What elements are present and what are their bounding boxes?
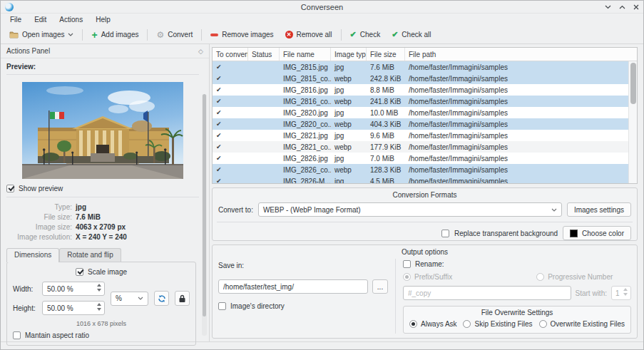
row-check-icon[interactable]: ✔ bbox=[216, 86, 222, 93]
tab-dimensions[interactable]: Dimensions bbox=[6, 248, 59, 262]
menu-file[interactable]: File bbox=[4, 14, 28, 25]
cell-file-path: /home/faster/Immagini/samples bbox=[405, 96, 628, 107]
remove-icon bbox=[210, 34, 218, 36]
table-row[interactable]: ✔ IMG_2821_co... webp 177.9 KiB /home/fa… bbox=[213, 141, 628, 153]
show-preview-checkbox[interactable] bbox=[6, 185, 14, 192]
cell-file-name: IMG_2816_co... bbox=[280, 96, 331, 107]
table-row[interactable]: ✔ IMG_2821.jpg jpg 9.6 MiB /home/faster/… bbox=[213, 130, 628, 141]
minimize-icon[interactable] bbox=[605, 5, 611, 9]
cell-image-type: webp bbox=[331, 164, 367, 175]
spin-up-icon[interactable] bbox=[623, 288, 628, 291]
row-check-icon[interactable]: ✔ bbox=[216, 177, 222, 184]
table-row[interactable]: ✔ IMG_2816.jpg jpg 8.8 MiB /home/faster/… bbox=[213, 84, 628, 96]
maintain-aspect-checkbox[interactable] bbox=[13, 331, 21, 339]
start-with-spinbox[interactable]: 1 bbox=[611, 286, 631, 300]
open-images-label: Open images bbox=[22, 31, 64, 38]
scale-image-checkbox[interactable] bbox=[76, 268, 83, 276]
spin-up-icon[interactable] bbox=[97, 284, 101, 287]
cell-file-path: /home/faster/Immagini/samples bbox=[405, 130, 628, 141]
spin-up-icon[interactable] bbox=[97, 303, 101, 306]
table-row[interactable]: ✔ IMG_2826.jpg jpg 7.0 MiB /home/faster/… bbox=[213, 153, 628, 164]
format-dropdown[interactable]: WEBP - (WebP Image Format) bbox=[258, 202, 562, 217]
maintain-aspect-label: Mantain aspect ratio bbox=[25, 331, 89, 339]
cell-image-type: jpg bbox=[331, 175, 367, 184]
check-all-button[interactable]: ✔ Check all bbox=[386, 27, 436, 42]
table-row[interactable]: ✔ IMG_2826-M... jpg 4.5 MiB /home/faster… bbox=[213, 175, 628, 184]
table-row[interactable]: ✔ IMG_2815_co... webp 242.8 KiB /home/fa… bbox=[213, 73, 628, 84]
float-panel-icon[interactable]: ◇ bbox=[198, 48, 203, 55]
menubar: File Edit Actions Help bbox=[1, 14, 643, 26]
remove-images-button[interactable]: Remove images bbox=[205, 28, 279, 41]
browse-button[interactable]: ... bbox=[372, 279, 388, 294]
remove-images-label: Remove images bbox=[222, 31, 273, 38]
progressive-number-radio[interactable] bbox=[536, 273, 544, 281]
cell-status bbox=[248, 175, 280, 184]
rename-checkbox[interactable] bbox=[403, 260, 411, 268]
row-check-icon[interactable]: ✔ bbox=[216, 109, 222, 116]
spin-down-icon[interactable] bbox=[623, 293, 628, 296]
lock-aspect-button[interactable] bbox=[175, 291, 190, 306]
skip-existing-radio[interactable] bbox=[463, 320, 471, 328]
cell-status bbox=[248, 118, 280, 130]
cell-image-type: webp bbox=[331, 73, 367, 84]
left-panel-scrollbar[interactable] bbox=[202, 94, 207, 336]
table-row[interactable]: ✔ IMG_2815.jpg jpg 7.6 MiB /home/faster/… bbox=[213, 61, 628, 73]
tab-rotate-flip[interactable]: Rotate and flip bbox=[59, 248, 121, 262]
row-check-icon[interactable]: ✔ bbox=[216, 98, 222, 105]
menu-edit[interactable]: Edit bbox=[28, 14, 53, 25]
header-status[interactable]: Status bbox=[248, 48, 280, 61]
height-label: Height: bbox=[13, 304, 39, 312]
replace-transparent-checkbox[interactable] bbox=[441, 230, 449, 237]
cell-file-size: 128.3 KiB bbox=[367, 164, 405, 175]
save-path-input[interactable] bbox=[218, 279, 368, 294]
height-spinbox[interactable]: 50.00 % bbox=[42, 301, 105, 315]
convert-button[interactable]: ⚙ Convert bbox=[150, 28, 198, 41]
header-image-type[interactable]: Image type bbox=[331, 48, 367, 61]
row-check-icon[interactable]: ✔ bbox=[216, 132, 222, 139]
open-images-button[interactable]: Open images bbox=[4, 28, 79, 41]
images-directory-checkbox[interactable] bbox=[218, 302, 226, 310]
choose-color-button[interactable]: Choose color bbox=[563, 226, 631, 240]
format-value: WEBP - (WebP Image Format) bbox=[263, 206, 361, 214]
width-spinbox[interactable]: 50.00 % bbox=[42, 282, 105, 296]
menu-actions[interactable]: Actions bbox=[53, 14, 89, 25]
spin-down-icon[interactable] bbox=[97, 289, 101, 292]
cell-status bbox=[248, 164, 280, 175]
add-images-button[interactable]: + Add images bbox=[86, 28, 144, 41]
table-row[interactable]: ✔ IMG_2820_co... webp 404.3 KiB /home/fa… bbox=[213, 118, 628, 130]
table-scrollbar[interactable] bbox=[628, 61, 637, 183]
row-check-icon[interactable]: ✔ bbox=[216, 120, 222, 128]
header-file-name[interactable]: File name bbox=[280, 48, 331, 61]
header-to-convert[interactable]: To convert bbox=[213, 48, 248, 61]
row-check-icon[interactable]: ✔ bbox=[216, 166, 222, 173]
menu-help[interactable]: Help bbox=[89, 14, 117, 25]
header-file-size[interactable]: File size bbox=[367, 48, 405, 61]
resolution-value: X = 240 Y = 240 bbox=[76, 233, 199, 241]
table-row[interactable]: ✔ IMG_2820.jpg jpg 10.0 MiB /home/faster… bbox=[213, 107, 628, 118]
unit-dropdown[interactable]: % bbox=[111, 292, 148, 306]
header-file-path[interactable]: File path bbox=[405, 48, 637, 61]
cell-file-path: /home/faster/Immagini/samples bbox=[405, 175, 628, 184]
sync-dimensions-button[interactable] bbox=[154, 291, 169, 306]
maximize-icon[interactable] bbox=[619, 5, 625, 9]
chevron-down-icon[interactable] bbox=[68, 33, 73, 36]
close-icon[interactable] bbox=[633, 4, 639, 10]
prefix-suffix-radio[interactable] bbox=[403, 273, 411, 281]
cell-image-type: webp bbox=[331, 118, 367, 130]
check-button[interactable]: ✔ Check bbox=[344, 27, 387, 42]
images-settings-button[interactable]: Images settings bbox=[567, 202, 631, 217]
cell-file-size: 9.6 MiB bbox=[367, 130, 405, 141]
table-row[interactable]: ✔ IMG_2826_co... webp 128.3 KiB /home/fa… bbox=[213, 164, 628, 175]
always-ask-radio[interactable] bbox=[409, 320, 417, 328]
row-check-icon[interactable]: ✔ bbox=[216, 63, 222, 71]
spin-down-icon[interactable] bbox=[97, 308, 101, 311]
row-check-icon[interactable]: ✔ bbox=[216, 75, 222, 82]
titlebar[interactable]: Converseen bbox=[1, 1, 643, 14]
table-row[interactable]: ✔ IMG_2816_co... webp 241.8 KiB /home/fa… bbox=[213, 96, 628, 107]
row-check-icon[interactable]: ✔ bbox=[216, 143, 222, 150]
remove-all-button[interactable]: ✕ Remove all bbox=[280, 28, 338, 41]
image-size-value: 4063 x 2709 px bbox=[76, 223, 199, 231]
rename-pattern-input[interactable] bbox=[403, 286, 571, 300]
row-check-icon[interactable]: ✔ bbox=[216, 155, 222, 162]
overwrite-existing-radio[interactable] bbox=[539, 320, 547, 328]
